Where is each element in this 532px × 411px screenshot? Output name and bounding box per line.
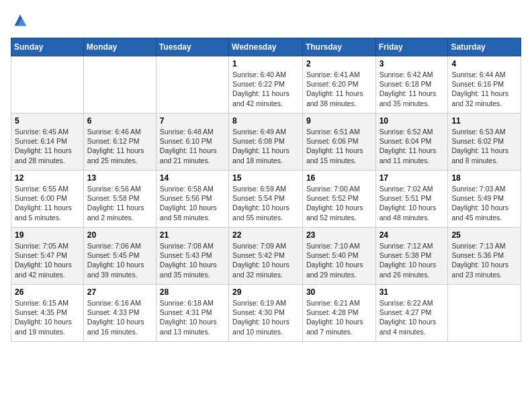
day-info: Sunrise: 7:12 AM Sunset: 5:38 PM Dayligh… [380, 241, 445, 279]
day-info: Sunrise: 6:21 AM Sunset: 4:28 PM Dayligh… [306, 298, 372, 336]
day-number: 29 [232, 287, 299, 297]
calendar-cell [83, 56, 156, 113]
calendar-cell: 5Sunrise: 6:45 AM Sunset: 6:14 PM Daylig… [11, 113, 84, 171]
day-number: 19 [15, 230, 80, 240]
day-info: Sunrise: 6:18 AM Sunset: 4:31 PM Dayligh… [160, 298, 225, 336]
calendar-table: SundayMondayTuesdayWednesdayThursdayFrid… [11, 38, 521, 342]
calendar-cell: 24Sunrise: 7:12 AM Sunset: 5:38 PM Dayli… [375, 228, 448, 285]
day-number: 31 [380, 287, 445, 297]
day-number: 9 [306, 116, 372, 126]
day-info: Sunrise: 6:51 AM Sunset: 6:06 PM Dayligh… [306, 127, 372, 165]
calendar-cell: 31Sunrise: 6:22 AM Sunset: 4:27 PM Dayli… [375, 285, 448, 342]
day-number: 22 [232, 230, 299, 240]
day-info: Sunrise: 6:45 AM Sunset: 6:14 PM Dayligh… [15, 127, 80, 165]
calendar-cell: 14Sunrise: 6:58 AM Sunset: 5:56 PM Dayli… [156, 171, 228, 228]
day-info: Sunrise: 6:58 AM Sunset: 5:56 PM Dayligh… [160, 184, 225, 222]
day-info: Sunrise: 6:16 AM Sunset: 4:33 PM Dayligh… [87, 298, 152, 336]
header-wednesday: Wednesday [229, 38, 303, 56]
calendar-cell: 3Sunrise: 6:42 AM Sunset: 6:18 PM Daylig… [375, 56, 448, 113]
header-tuesday: Tuesday [156, 38, 228, 56]
day-info: Sunrise: 6:49 AM Sunset: 6:08 PM Dayligh… [232, 127, 299, 165]
calendar-week-3: 12Sunrise: 6:55 AM Sunset: 6:00 PM Dayli… [11, 171, 521, 228]
day-info: Sunrise: 6:52 AM Sunset: 6:04 PM Dayligh… [380, 127, 445, 165]
day-info: Sunrise: 7:03 AM Sunset: 5:49 PM Dayligh… [451, 184, 517, 222]
day-number: 30 [306, 287, 372, 297]
calendar-cell: 7Sunrise: 6:48 AM Sunset: 6:10 PM Daylig… [156, 113, 228, 171]
logo [11, 11, 32, 30]
day-info: Sunrise: 7:02 AM Sunset: 5:51 PM Dayligh… [380, 184, 445, 222]
day-info: Sunrise: 6:42 AM Sunset: 6:18 PM Dayligh… [380, 70, 445, 108]
day-number: 17 [380, 173, 445, 183]
day-info: Sunrise: 6:48 AM Sunset: 6:10 PM Dayligh… [160, 127, 225, 165]
calendar-week-5: 26Sunrise: 6:15 AM Sunset: 4:35 PM Dayli… [11, 285, 521, 342]
day-info: Sunrise: 6:41 AM Sunset: 6:20 PM Dayligh… [306, 70, 372, 108]
calendar-cell: 9Sunrise: 6:51 AM Sunset: 6:06 PM Daylig… [302, 113, 375, 171]
logo-icon [11, 11, 30, 30]
day-info: Sunrise: 7:08 AM Sunset: 5:43 PM Dayligh… [160, 241, 225, 279]
day-number: 20 [87, 230, 152, 240]
calendar-cell [448, 285, 521, 342]
calendar-cell [11, 56, 84, 113]
day-number: 5 [15, 116, 80, 126]
header-sunday: Sunday [11, 38, 84, 56]
day-number: 28 [160, 287, 225, 297]
day-info: Sunrise: 6:56 AM Sunset: 5:58 PM Dayligh… [87, 184, 152, 222]
day-info: Sunrise: 7:09 AM Sunset: 5:42 PM Dayligh… [232, 241, 299, 279]
day-number: 21 [160, 230, 225, 240]
calendar-cell: 18Sunrise: 7:03 AM Sunset: 5:49 PM Dayli… [448, 171, 521, 228]
calendar-cell: 28Sunrise: 6:18 AM Sunset: 4:31 PM Dayli… [156, 285, 228, 342]
header-saturday: Saturday [448, 38, 521, 56]
day-number: 16 [306, 173, 372, 183]
day-number: 4 [451, 59, 517, 68]
day-number: 25 [451, 230, 517, 240]
calendar-header-row: SundayMondayTuesdayWednesdayThursdayFrid… [11, 38, 521, 56]
day-number: 24 [380, 230, 445, 240]
calendar-cell: 29Sunrise: 6:19 AM Sunset: 4:30 PM Dayli… [229, 285, 303, 342]
calendar-cell: 25Sunrise: 7:13 AM Sunset: 5:36 PM Dayli… [448, 228, 521, 285]
day-info: Sunrise: 6:55 AM Sunset: 6:00 PM Dayligh… [15, 184, 80, 222]
day-number: 13 [87, 173, 152, 183]
day-number: 8 [232, 116, 299, 126]
day-number: 6 [87, 116, 152, 126]
day-number: 15 [232, 173, 299, 183]
calendar-cell: 15Sunrise: 6:59 AM Sunset: 5:54 PM Dayli… [229, 171, 303, 228]
day-info: Sunrise: 7:00 AM Sunset: 5:52 PM Dayligh… [306, 184, 372, 222]
day-number: 12 [15, 173, 80, 183]
calendar-cell [156, 56, 228, 113]
day-number: 26 [15, 287, 80, 297]
day-info: Sunrise: 6:44 AM Sunset: 6:16 PM Dayligh… [451, 70, 517, 108]
calendar-cell: 23Sunrise: 7:10 AM Sunset: 5:40 PM Dayli… [302, 228, 375, 285]
day-info: Sunrise: 6:40 AM Sunset: 6:22 PM Dayligh… [232, 70, 299, 108]
calendar-cell: 2Sunrise: 6:41 AM Sunset: 6:20 PM Daylig… [302, 56, 375, 113]
calendar-cell: 30Sunrise: 6:21 AM Sunset: 4:28 PM Dayli… [302, 285, 375, 342]
day-info: Sunrise: 7:06 AM Sunset: 5:45 PM Dayligh… [87, 241, 152, 279]
calendar-cell: 1Sunrise: 6:40 AM Sunset: 6:22 PM Daylig… [229, 56, 303, 113]
header-thursday: Thursday [302, 38, 375, 56]
day-number: 14 [160, 173, 225, 183]
day-info: Sunrise: 6:46 AM Sunset: 6:12 PM Dayligh… [87, 127, 152, 165]
calendar-week-4: 19Sunrise: 7:05 AM Sunset: 5:47 PM Dayli… [11, 228, 521, 285]
day-number: 7 [160, 116, 225, 126]
day-number: 27 [87, 287, 152, 297]
calendar-cell: 11Sunrise: 6:53 AM Sunset: 6:02 PM Dayli… [448, 113, 521, 171]
calendar-cell: 13Sunrise: 6:56 AM Sunset: 5:58 PM Dayli… [83, 171, 156, 228]
calendar-cell: 6Sunrise: 6:46 AM Sunset: 6:12 PM Daylig… [83, 113, 156, 171]
header-friday: Friday [375, 38, 448, 56]
day-info: Sunrise: 7:05 AM Sunset: 5:47 PM Dayligh… [15, 241, 80, 279]
calendar-cell: 20Sunrise: 7:06 AM Sunset: 5:45 PM Dayli… [83, 228, 156, 285]
calendar-week-1: 1Sunrise: 6:40 AM Sunset: 6:22 PM Daylig… [11, 56, 521, 113]
calendar-cell: 8Sunrise: 6:49 AM Sunset: 6:08 PM Daylig… [229, 113, 303, 171]
day-number: 23 [306, 230, 372, 240]
header-monday: Monday [83, 38, 156, 56]
calendar-week-2: 5Sunrise: 6:45 AM Sunset: 6:14 PM Daylig… [11, 113, 521, 171]
day-info: Sunrise: 6:59 AM Sunset: 5:54 PM Dayligh… [232, 184, 299, 222]
calendar-cell: 26Sunrise: 6:15 AM Sunset: 4:35 PM Dayli… [11, 285, 84, 342]
page-header [11, 11, 521, 30]
calendar-cell: 12Sunrise: 6:55 AM Sunset: 6:00 PM Dayli… [11, 171, 84, 228]
day-number: 18 [451, 173, 517, 183]
calendar-cell: 22Sunrise: 7:09 AM Sunset: 5:42 PM Dayli… [229, 228, 303, 285]
day-number: 2 [306, 59, 372, 68]
day-info: Sunrise: 7:13 AM Sunset: 5:36 PM Dayligh… [451, 241, 517, 279]
calendar-cell: 27Sunrise: 6:16 AM Sunset: 4:33 PM Dayli… [83, 285, 156, 342]
calendar-cell: 17Sunrise: 7:02 AM Sunset: 5:51 PM Dayli… [375, 171, 448, 228]
